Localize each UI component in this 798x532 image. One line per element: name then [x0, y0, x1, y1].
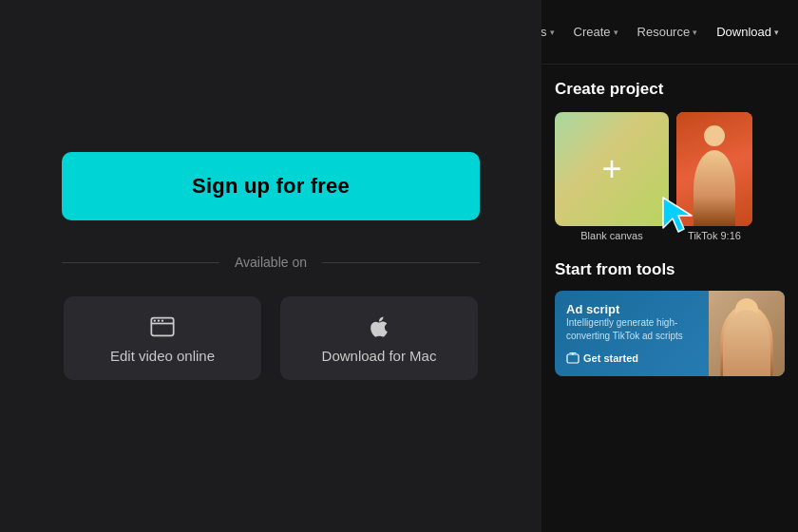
ad-script-content: Ad script Intelligently generate high-co…	[555, 291, 709, 376]
nav-download[interactable]: Download ▾	[709, 19, 787, 45]
blank-canvas-col: + Blank canvas	[555, 112, 669, 241]
available-on-text: Available on	[235, 255, 307, 270]
svg-point-2	[154, 319, 156, 321]
right-panel: s ▾ Create ▾ Resource ▾ Download ▾ Creat…	[542, 0, 798, 532]
window-icon	[149, 314, 176, 340]
svg-marker-5	[663, 198, 692, 232]
create-project-title: Create project	[555, 80, 785, 99]
ad-script-title: Ad script	[566, 302, 697, 316]
chevron-down-icon: ▾	[614, 28, 618, 37]
ad-script-card[interactable]: Ad script Intelligently generate high-co…	[555, 291, 785, 376]
platform-buttons: Edit video online Download for Mac	[64, 296, 478, 380]
available-on-row: Available on	[62, 255, 480, 270]
cursor-arrow-icon	[659, 194, 697, 236]
blank-canvas-label: Blank canvas	[555, 230, 669, 241]
edit-online-label: Edit video online	[110, 348, 215, 364]
get-started-label[interactable]: Get started	[583, 352, 638, 364]
get-started-row: Get started	[566, 352, 697, 365]
apple-icon	[366, 314, 392, 340]
chevron-down-icon: ▾	[693, 28, 697, 37]
start-from-tools-title: Start from tools	[555, 260, 785, 279]
svg-point-4	[162, 319, 163, 321]
plus-icon: +	[601, 152, 621, 186]
left-panel: Sign up for free Available on Edit video…	[0, 0, 542, 532]
chevron-down-icon: ▾	[550, 28, 555, 37]
divider-left	[62, 262, 219, 263]
cursor-overlay	[659, 194, 697, 239]
download-mac-label: Download for Mac	[322, 348, 437, 364]
ad-script-image	[709, 291, 785, 376]
project-cards: + Blank canvas	[555, 112, 785, 241]
nav-create[interactable]: Create ▾	[566, 19, 626, 45]
signup-button[interactable]: Sign up for free	[62, 152, 480, 220]
right-content: Create project + Blank canvas	[542, 65, 798, 532]
nav-resource[interactable]: Resource ▾	[630, 19, 706, 45]
top-nav: s ▾ Create ▾ Resource ▾ Download ▾	[542, 0, 798, 65]
svg-rect-6	[567, 354, 579, 363]
divider-right	[322, 262, 480, 263]
tools-section: Start from tools Ad script Intelligently…	[555, 260, 785, 376]
download-mac-button[interactable]: Download for Mac	[280, 296, 478, 380]
svg-point-3	[158, 319, 160, 321]
edit-online-button[interactable]: Edit video online	[64, 296, 261, 380]
blank-canvas-card[interactable]: +	[555, 112, 669, 226]
ad-script-desc: Intelligently generate high-converting T…	[566, 316, 697, 343]
get-started-icon	[566, 352, 580, 365]
nav-templates[interactable]: s ▾	[542, 19, 562, 45]
chevron-down-icon: ▾	[774, 28, 779, 37]
